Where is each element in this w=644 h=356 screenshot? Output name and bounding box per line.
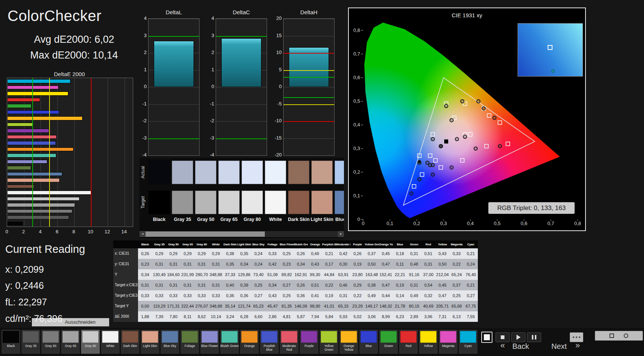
- deltae-gridline: [108, 78, 108, 227]
- axis-label: 3: [204, 33, 214, 38]
- gridline: [216, 155, 267, 156]
- patch-swatch: [460, 331, 476, 343]
- patch-scrollbar[interactable]: ◄ ►: [140, 231, 344, 237]
- table-cell: 0,38: [223, 248, 237, 259]
- axis-label: 10: [271, 50, 282, 55]
- axis-label: 2: [136, 50, 147, 55]
- patch-selector-tile[interactable]: Yellow: [419, 330, 438, 354]
- patch-selector-tile[interactable]: Orange: [240, 330, 259, 354]
- table-cell: 0,47: [379, 259, 393, 269]
- table-row: ΔE 20001,887,397,808,118,6210,143,246,28…: [113, 311, 478, 322]
- patch-selector-tile[interactable]: Cyan: [459, 330, 477, 354]
- app-chrome-panel[interactable]: [595, 331, 643, 341]
- gridline: [149, 121, 199, 122]
- patch-tile-label: Red: [399, 344, 418, 348]
- play-button[interactable]: [511, 332, 525, 342]
- patch-selector-tile[interactable]: Bluish Green: [220, 330, 239, 354]
- scrollbar-thumb[interactable]: [146, 231, 265, 237]
- table-cell: 10,14: [209, 311, 223, 322]
- table-cell: 0,48: [407, 259, 421, 269]
- patch-selector-tile[interactable]: Gray 65: [61, 330, 80, 354]
- table-cell: 130,49: [152, 269, 167, 280]
- deltae-bar: [7, 110, 59, 114]
- table-cell: 0,35: [223, 259, 237, 269]
- patch-selector-tile[interactable]: Purple: [300, 330, 318, 354]
- measured-marker: [461, 100, 464, 103]
- back-button[interactable]: Back: [512, 342, 529, 351]
- svg-text:0: 0: [357, 216, 360, 222]
- table-cell: 0,34: [138, 269, 152, 280]
- next-button[interactable]: Next: [551, 342, 567, 351]
- patch-selector-tile[interactable]: Dark Skin: [121, 330, 140, 354]
- table-cell: 0,29: [350, 280, 365, 290]
- patch-selector-tile[interactable]: Red: [399, 330, 418, 354]
- table-cell: 0,31: [180, 259, 195, 269]
- patch-selector-tile[interactable]: Light Skin: [141, 330, 159, 354]
- patch-selector-tile[interactable]: Blue Sky: [161, 330, 179, 354]
- delta-chart-deltac: DeltaC-4-3-2-101234: [204, 9, 271, 167]
- dot-icon: [576, 336, 577, 338]
- table-row: y: CIE310,230,310,310,310,310,310,350,34…: [113, 259, 478, 269]
- patch-selector-tile[interactable]: Gray 80: [81, 330, 100, 354]
- axis-label: 2: [204, 50, 214, 55]
- next-chevrons-icon[interactable]: »: [575, 341, 580, 350]
- svg-text:0,7: 0,7: [547, 221, 554, 226]
- table-cell: 98,90: [308, 301, 322, 311]
- table-header-cell: Gray 50: [167, 240, 181, 248]
- table-cell: 0,22: [322, 280, 336, 290]
- pattern-window-button[interactable]: [481, 332, 492, 343]
- axis-label: -2: [136, 118, 147, 123]
- table-cell: 5,02: [350, 311, 365, 322]
- max-de2000: Max dE2000: 10,14: [4, 50, 144, 61]
- patch-tile-label: Light Skin: [141, 344, 159, 348]
- svg-text:0,1: 0,1: [386, 221, 393, 226]
- svg-text:0,8: 0,8: [353, 27, 360, 33]
- scroll-right-icon[interactable]: ►: [338, 231, 344, 237]
- chart-title: DeltaC: [216, 9, 267, 15]
- patch-selector-tile[interactable]: Magenta: [439, 330, 458, 354]
- patch-selector-tile[interactable]: Purplish Blue: [260, 330, 279, 354]
- patch-selector-tile[interactable]: White: [101, 330, 120, 354]
- patch-selector-tile[interactable]: Yellow Green: [320, 330, 338, 354]
- deltae-ref-line: [91, 78, 92, 227]
- table-cell: 0,31: [209, 259, 223, 269]
- table-cell: 0,29: [195, 248, 209, 259]
- back-chevrons-icon[interactable]: «: [500, 341, 505, 350]
- patch-swatch: [142, 331, 158, 343]
- patch-tile-label: Moderate Red: [280, 344, 299, 351]
- table-cell: 184,60: [167, 269, 181, 280]
- pause-bar-icon: [532, 335, 533, 339]
- table-cell: 0,31: [209, 280, 223, 290]
- measured-marker: [410, 192, 413, 195]
- patch-swatch: [321, 331, 337, 343]
- actual-patch: [218, 161, 240, 184]
- cie-zoom-inset: [518, 23, 583, 77]
- ref-line: [284, 77, 334, 78]
- measured-marker: [450, 119, 453, 122]
- patch-selector-tile[interactable]: Blue Flower: [200, 330, 219, 354]
- table-cell: 0,19: [393, 280, 407, 290]
- patch-selector-tile[interactable]: Gray 50: [41, 330, 60, 354]
- patch-selector-tile[interactable]: Foliage: [180, 330, 199, 354]
- patch-selector-tile[interactable]: Black: [2, 330, 20, 354]
- target-patch: [218, 191, 240, 214]
- measured-marker: [474, 147, 477, 150]
- patch-selector-tile[interactable]: Blue: [359, 330, 378, 354]
- patch-selector-tile[interactable]: Orange Yellow: [339, 330, 358, 354]
- table-cell: 7,39: [152, 311, 167, 322]
- table-cell: 0,00: [138, 301, 152, 311]
- pause-button[interactable]: [527, 332, 541, 342]
- patch-selector-tile[interactable]: Moderate Red: [280, 330, 299, 354]
- table-cell: 0,49: [365, 290, 379, 301]
- deltae-bar: [7, 116, 83, 120]
- pause-bar-icon: [535, 335, 536, 339]
- patch-selector-tile[interactable]: Gray 35: [21, 330, 40, 354]
- scroll-left-icon[interactable]: ◄: [140, 231, 146, 237]
- table-cell: 0,47: [435, 290, 450, 301]
- patch-tile-label: Purple: [300, 344, 318, 348]
- patch-selector-tile[interactable]: Green: [379, 330, 398, 354]
- chart-plot: [283, 18, 335, 156]
- target-patch: [172, 191, 193, 214]
- measured-marker: [431, 137, 434, 141]
- table-cell: 0,49: [407, 290, 421, 301]
